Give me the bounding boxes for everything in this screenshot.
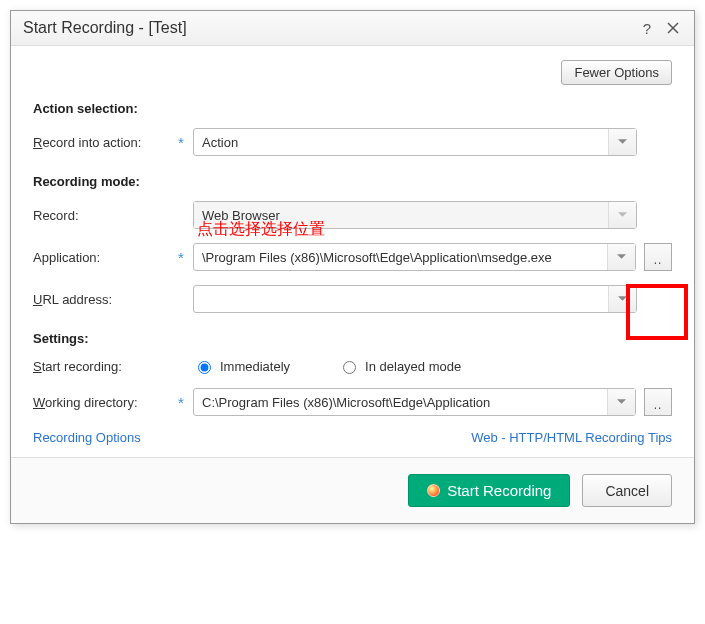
record-into-action-label: Record into action: <box>33 135 173 150</box>
help-icon[interactable]: ? <box>638 19 656 37</box>
close-icon[interactable] <box>664 19 682 37</box>
record-icon <box>427 484 440 497</box>
recording-options-link[interactable]: Recording Options <box>33 430 141 445</box>
dropdown-arrow-icon[interactable] <box>607 244 635 270</box>
application-browse-button[interactable]: .. <box>644 243 672 271</box>
cancel-button[interactable]: Cancel <box>582 474 672 507</box>
working-directory-label: Working directory: <box>33 395 173 410</box>
application-input[interactable] <box>194 244 607 270</box>
required-marker: * <box>173 394 189 411</box>
url-address-input[interactable] <box>194 286 608 312</box>
record-into-action-combo[interactable] <box>193 128 637 156</box>
start-recording-radio-group: Immediately In delayed mode <box>193 358 461 374</box>
fewer-options-button[interactable]: Fewer Options <box>561 60 672 85</box>
dropdown-arrow-icon[interactable] <box>608 202 636 228</box>
dropdown-arrow-icon[interactable] <box>608 286 636 312</box>
radio-immediately-label: Immediately <box>220 359 290 374</box>
application-label: Application: <box>33 250 173 265</box>
radio-immediately[interactable]: Immediately <box>193 358 290 374</box>
dialog-content: Fewer Options Action selection: Record i… <box>11 46 694 457</box>
section-settings: Settings: <box>33 331 672 346</box>
required-marker: * <box>173 249 189 266</box>
record-label: Record: <box>33 208 173 223</box>
dialog-footer: Start Recording Cancel <box>11 457 694 523</box>
dialog-title: Start Recording - [Test] <box>23 19 630 37</box>
titlebar: Start Recording - [Test] ? <box>11 11 694 46</box>
working-directory-browse-button[interactable]: .. <box>644 388 672 416</box>
dropdown-arrow-icon[interactable] <box>608 129 636 155</box>
start-recording-button-label: Start Recording <box>447 482 551 499</box>
start-recording-label: Start recording: <box>33 359 173 374</box>
url-address-combo[interactable] <box>193 285 637 313</box>
required-marker: * <box>173 134 189 151</box>
application-combo[interactable] <box>193 243 636 271</box>
annotation-text: 点击选择选择位置 <box>197 219 325 240</box>
section-action-selection: Action selection: <box>33 101 672 116</box>
record-into-action-input[interactable] <box>194 129 608 155</box>
section-recording-mode: Recording mode: <box>33 174 672 189</box>
recording-tips-link[interactable]: Web - HTTP/HTML Recording Tips <box>471 430 672 445</box>
working-directory-combo[interactable] <box>193 388 636 416</box>
start-recording-button[interactable]: Start Recording <box>408 474 570 507</box>
radio-immediately-input[interactable] <box>198 361 211 374</box>
radio-delayed-input[interactable] <box>343 361 356 374</box>
dropdown-arrow-icon[interactable] <box>607 389 635 415</box>
url-address-label: URL address: <box>33 292 173 307</box>
radio-delayed-label: In delayed mode <box>365 359 461 374</box>
radio-delayed[interactable]: In delayed mode <box>338 358 461 374</box>
working-directory-input[interactable] <box>194 389 607 415</box>
start-recording-dialog: Start Recording - [Test] ? Fewer Options… <box>10 10 695 524</box>
